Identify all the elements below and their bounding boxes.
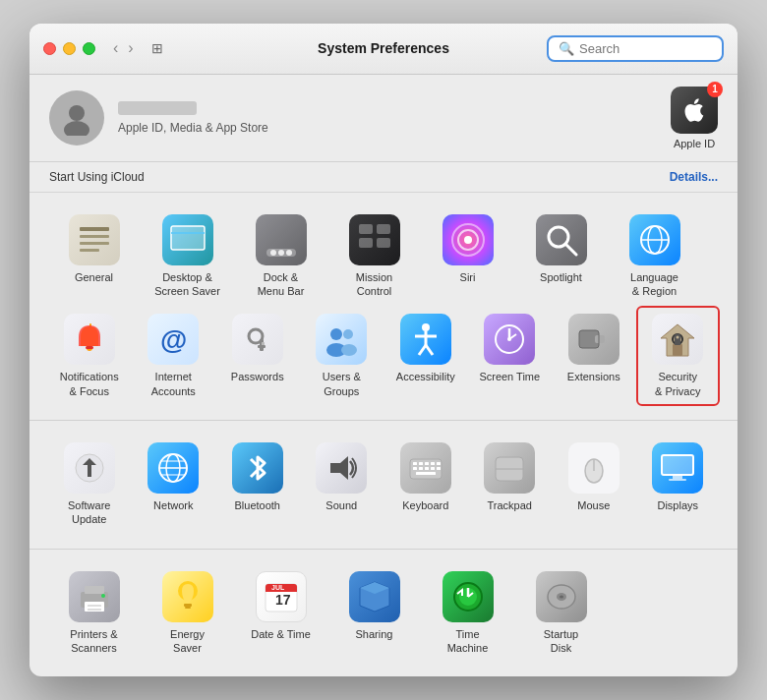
svg-point-45 [507, 337, 511, 341]
svg-rect-72 [416, 472, 436, 475]
pref-security[interactable]: Security& Privacy [636, 306, 721, 406]
maximize-button[interactable] [83, 42, 95, 55]
pref-displays[interactable]: Displays [636, 435, 721, 535]
svg-rect-16 [377, 238, 390, 248]
svg-rect-50 [673, 344, 682, 356]
pref-extensions[interactable]: Extensions [552, 306, 636, 406]
pref-passwords[interactable]: Passwords [215, 306, 300, 406]
svg-rect-89 [184, 604, 192, 607]
svg-rect-68 [419, 467, 423, 470]
titlebar: ‹ › ⊞ System Preferences 🔍 [30, 24, 738, 75]
sound-icon [316, 442, 367, 494]
pref-startup[interactable]: StartupDisk [514, 563, 608, 664]
window-title: System Preferences [318, 40, 449, 56]
startup-label: StartupDisk [544, 627, 578, 656]
svg-point-37 [422, 323, 430, 331]
pref-sound[interactable]: Sound [300, 435, 384, 535]
mission-label: MissionControl [356, 270, 392, 299]
displays-icon [652, 442, 703, 494]
svg-rect-13 [359, 224, 373, 234]
svg-rect-5 [80, 249, 99, 252]
pref-mission[interactable]: MissionControl [327, 206, 421, 307]
close-button[interactable] [43, 42, 56, 55]
desktop-label: Desktop &Screen Saver [154, 270, 220, 299]
svg-text:JUL: JUL [271, 584, 285, 591]
pref-internet[interactable]: @ InternetAccounts [132, 306, 216, 406]
datetime-label: Date & Time [251, 627, 311, 641]
pref-notifications[interactable]: Notifications& Focus [47, 306, 132, 406]
startup-icon [536, 571, 587, 622]
pref-general[interactable]: General [47, 206, 141, 307]
software-label: SoftwareUpdate [68, 498, 110, 527]
pref-trackpad[interactable]: Trackpad [468, 435, 553, 535]
profile-name-blurred [118, 101, 197, 115]
svg-rect-71 [437, 467, 441, 470]
keyboard-label: Keyboard [402, 498, 448, 512]
pref-accessibility[interactable]: Accessibility [384, 306, 468, 406]
security-label: Security& Privacy [655, 370, 700, 398]
svg-text:17: 17 [275, 592, 291, 608]
network-icon [148, 442, 199, 494]
svg-line-40 [419, 345, 426, 355]
mouse-label: Mouse [577, 498, 610, 512]
pref-screentime[interactable]: Screen Time [468, 306, 553, 406]
nav-buttons: ‹ › [109, 37, 138, 59]
svg-rect-32 [262, 342, 265, 345]
trackpad-icon [484, 442, 535, 494]
profile-info: Apple ID, Media & App Store [118, 101, 268, 135]
apple-id-icon: 1 [671, 87, 718, 134]
pref-language[interactable]: Language& Region [608, 206, 701, 307]
timemachine-label: TimeMachine [447, 627, 489, 656]
icloud-details-button[interactable]: Details... [670, 170, 718, 184]
svg-rect-6 [171, 226, 205, 250]
pref-mouse[interactable]: Mouse [552, 435, 636, 535]
printers-icon [69, 571, 120, 622]
icloud-text: Start Using iCloud [49, 170, 145, 184]
icons-section-other: Printers &Scanners EnergySaver [30, 550, 738, 677]
svg-line-41 [426, 345, 433, 355]
pref-desktop[interactable]: Desktop &Screen Saver [141, 206, 234, 307]
pref-spotlight[interactable]: Spotlight [514, 206, 608, 307]
siri-label: Siri [460, 270, 476, 284]
minimize-button[interactable] [63, 42, 76, 55]
svg-point-12 [286, 250, 292, 256]
printers-label: Printers &Scanners [70, 627, 117, 656]
pref-software[interactable]: SoftwareUpdate [47, 435, 132, 535]
spotlight-icon [536, 214, 587, 265]
icons-row-1: General Desktop &Screen Saver [39, 206, 728, 307]
svg-rect-63 [419, 462, 423, 465]
icons-section: General Desktop &Screen Saver [30, 193, 738, 421]
svg-rect-90 [185, 607, 191, 609]
users-label: Users &Groups [323, 370, 361, 398]
siri-icon [442, 214, 494, 265]
spotlight-label: Spotlight [540, 270, 582, 284]
pref-siri[interactable]: Siri [421, 206, 514, 307]
extensions-label: Extensions [567, 370, 620, 383]
icons-row-2: Notifications& Focus @ InternetAccounts [39, 306, 728, 406]
notifications-label: Notifications& Focus [60, 370, 119, 398]
pref-datetime[interactable]: JUL 17 Date & Time [234, 563, 327, 664]
pref-energy[interactable]: EnergySaver [141, 563, 234, 664]
pref-timemachine[interactable]: TimeMachine [421, 563, 514, 664]
back-button[interactable]: ‹ [109, 37, 122, 59]
screentime-icon [484, 314, 535, 365]
mission-icon [349, 214, 400, 265]
svg-point-86 [101, 594, 105, 598]
apple-id-button[interactable]: 1 Apple ID [671, 87, 718, 149]
pref-bluetooth[interactable]: Bluetooth [215, 435, 300, 535]
search-input[interactable] [579, 41, 712, 56]
bluetooth-icon [232, 442, 283, 494]
dock-label: Dock &Menu Bar [258, 270, 305, 299]
pref-network[interactable]: Network [132, 435, 216, 535]
language-label: Language& Region [630, 270, 678, 299]
grid-view-button[interactable]: ⊞ [148, 38, 167, 58]
pref-printers[interactable]: Printers &Scanners [47, 563, 141, 664]
passwords-label: Passwords [231, 370, 284, 383]
search-icon: 🔍 [559, 41, 574, 56]
pref-keyboard[interactable]: Keyboard [384, 435, 468, 535]
pref-dock[interactable]: Dock &Menu Bar [234, 206, 327, 307]
search-box[interactable]: 🔍 [547, 35, 724, 62]
pref-users[interactable]: Users &Groups [300, 306, 384, 406]
forward-button[interactable]: › [124, 37, 137, 59]
pref-sharing[interactable]: Sharing [327, 563, 421, 664]
